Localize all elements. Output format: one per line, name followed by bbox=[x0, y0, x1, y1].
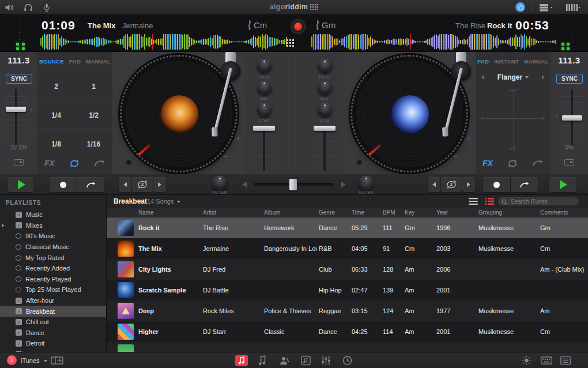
loop-cell[interactable]: 1/16 bbox=[75, 129, 112, 158]
fx-toggle[interactable]: FX bbox=[483, 159, 493, 168]
loop-cell[interactable]: 1/8 bbox=[37, 129, 75, 158]
ch1-volume-fader[interactable] bbox=[252, 126, 276, 171]
turntable-2[interactable]: + − bbox=[343, 52, 476, 174]
tab-songs[interactable] bbox=[258, 355, 266, 366]
bounce-arrow-icon[interactable] bbox=[94, 159, 105, 167]
crossfader[interactable] bbox=[254, 181, 334, 188]
sidebar-item-breakbeat[interactable]: ♪Breakbeat bbox=[0, 306, 106, 317]
table-row[interactable]: Scratch SampleDJ BattleHip Hop02:47139Am… bbox=[107, 280, 588, 301]
table-row-partial[interactable] bbox=[107, 342, 588, 352]
deck2-mode-icon[interactable] bbox=[564, 159, 574, 166]
table-row[interactable]: The MixJermaineDangerously In LoveR&B04:… bbox=[107, 238, 588, 259]
deck1-pitch-handle[interactable] bbox=[6, 107, 26, 112]
pitch-bend-plus[interactable]: + bbox=[466, 133, 472, 142]
tab-manual[interactable]: MANUAL bbox=[86, 58, 111, 65]
chevron-down-icon[interactable] bbox=[44, 360, 47, 362]
crossfader-handle[interactable] bbox=[289, 179, 297, 190]
deck1-loop-halve-button[interactable] bbox=[119, 177, 131, 192]
table-row[interactable]: City LightsDJ FredClub06:33128Am2006Am -… bbox=[107, 259, 588, 280]
loop-cell[interactable]: 1 bbox=[75, 72, 112, 100]
tab-manual[interactable]: MANUAL bbox=[524, 58, 549, 65]
loop-cell[interactable]: 1/4 bbox=[37, 100, 75, 129]
sidebar-item-top-25-most-played[interactable]: Top 25 Most Played bbox=[0, 284, 106, 295]
disclosure-icon[interactable] bbox=[2, 224, 5, 227]
sidebar-item-dance[interactable]: ♪Dance bbox=[0, 328, 106, 339]
ch2-eq-high-knob[interactable] bbox=[318, 59, 332, 73]
deck2-loop-button[interactable]: 2 bbox=[441, 177, 462, 192]
search-input[interactable] bbox=[511, 197, 575, 205]
deck2-sync-button[interactable]: SYNC bbox=[556, 74, 583, 84]
list-view-icon[interactable] bbox=[469, 198, 478, 205]
ch2-eq-mid-knob[interactable] bbox=[318, 81, 332, 95]
itunes-icon[interactable]: ♪ bbox=[7, 355, 17, 365]
sidebar-toggle-icon[interactable] bbox=[51, 355, 63, 366]
ch1-volume-handle[interactable] bbox=[253, 126, 275, 131]
queue-list-icon[interactable] bbox=[560, 355, 571, 366]
deck2-waveform[interactable] bbox=[311, 34, 556, 50]
tonearm-1[interactable] bbox=[209, 53, 244, 140]
table-row[interactable]: HigherDJ StarrClassicDance04:25114Am2001… bbox=[107, 321, 588, 342]
status-blue-icon[interactable] bbox=[515, 2, 525, 12]
col-album[interactable]: Album bbox=[264, 209, 280, 216]
sidebar-item-detroit[interactable]: ♪Detroit bbox=[0, 338, 106, 349]
loop-cell[interactable]: 2 bbox=[37, 72, 75, 100]
deck1-play-button[interactable] bbox=[8, 177, 33, 192]
pitch-bend-minus[interactable]: − bbox=[454, 151, 459, 161]
deck1-waveform[interactable] bbox=[40, 34, 288, 50]
deck2-play-button[interactable] bbox=[549, 177, 576, 192]
keylock-icon[interactable]: ♪ bbox=[30, 106, 33, 112]
ch2-volume-fader[interactable] bbox=[313, 126, 336, 171]
col-year[interactable]: Year bbox=[436, 209, 448, 216]
col-genre[interactable]: Genre bbox=[319, 209, 335, 216]
search-field[interactable] bbox=[497, 197, 579, 206]
tab-bounce[interactable]: BOUNCE bbox=[39, 58, 64, 65]
ch2-volume-handle[interactable] bbox=[314, 126, 336, 131]
ch1-eq-mid-knob[interactable] bbox=[257, 81, 272, 95]
deck1-filter-knob[interactable] bbox=[212, 176, 227, 191]
tab-music-library[interactable] bbox=[235, 355, 248, 366]
deck1-pitch-fader[interactable] bbox=[5, 89, 28, 147]
chevron-down-icon[interactable] bbox=[177, 201, 180, 203]
view-columns-menu-icon[interactable] bbox=[566, 3, 581, 12]
fx-toggle[interactable]: FX bbox=[44, 159, 55, 168]
sidebar-item-recently-played[interactable]: Recently Played bbox=[0, 274, 106, 285]
deck1-cue-jump-button[interactable] bbox=[77, 177, 104, 192]
tab-instant[interactable]: INSTANT bbox=[494, 58, 519, 65]
deck2-filter-knob[interactable] bbox=[359, 176, 374, 191]
loop-toggle-icon[interactable] bbox=[507, 159, 518, 168]
col-artist[interactable]: Artist bbox=[203, 209, 216, 216]
sidebar-item-mixes[interactable]: ♪Mixes bbox=[0, 220, 106, 231]
keyboard-shortcuts-icon[interactable] bbox=[541, 355, 552, 366]
pitch-bend-minus[interactable]: − bbox=[223, 151, 228, 161]
loop-cell[interactable]: 1/2 bbox=[75, 100, 112, 129]
tab-pad[interactable]: PAD bbox=[477, 58, 489, 65]
bounce-arrow-icon[interactable] bbox=[532, 159, 544, 167]
source-label[interactable]: iTunes bbox=[21, 357, 40, 364]
deck1-mode-icon[interactable] bbox=[14, 159, 24, 166]
ch1-eq-high-knob[interactable] bbox=[257, 59, 272, 73]
deck2-loop-halve-button[interactable] bbox=[428, 177, 440, 192]
col-time[interactable]: Time bbox=[352, 209, 364, 216]
col-name[interactable]: Name bbox=[138, 209, 154, 216]
view-rows-menu-icon[interactable] bbox=[540, 3, 553, 12]
col-grouping[interactable]: Grouping bbox=[478, 209, 502, 216]
deck2-pitch-handle[interactable] bbox=[562, 115, 582, 121]
fx-selector[interactable]: Flanger bbox=[476, 72, 551, 83]
fx-xy-pad[interactable]: HP LP bbox=[480, 85, 546, 153]
fx-next-arrow[interactable] bbox=[542, 75, 545, 80]
table-row[interactable]: DeepRock MilesPolice & ThievesReggae03:1… bbox=[107, 301, 588, 321]
brightness-icon[interactable] bbox=[522, 355, 532, 366]
keylock-icon[interactable]: ♪ bbox=[555, 112, 558, 118]
pitch-bend-plus[interactable]: + bbox=[236, 133, 241, 142]
grid-view-icon[interactable] bbox=[287, 39, 294, 47]
sidebar-item-recently-added[interactable]: Recently Added bbox=[0, 263, 106, 274]
col-key[interactable]: Key bbox=[405, 209, 414, 216]
tab-mixer-levels[interactable] bbox=[321, 355, 331, 366]
sidebar-item-after-hour[interactable]: ♪After-hour bbox=[0, 295, 106, 306]
sidebar-item-90s-music[interactable]: 90's Music bbox=[0, 231, 106, 242]
record-button[interactable] bbox=[291, 19, 306, 34]
sidebar-item-classical-music[interactable]: Classical Music bbox=[0, 242, 106, 253]
col-comments[interactable]: Comments bbox=[540, 209, 568, 216]
deck1-cue-set-button[interactable] bbox=[50, 177, 77, 192]
ch1-eq-low-knob[interactable] bbox=[257, 103, 272, 117]
